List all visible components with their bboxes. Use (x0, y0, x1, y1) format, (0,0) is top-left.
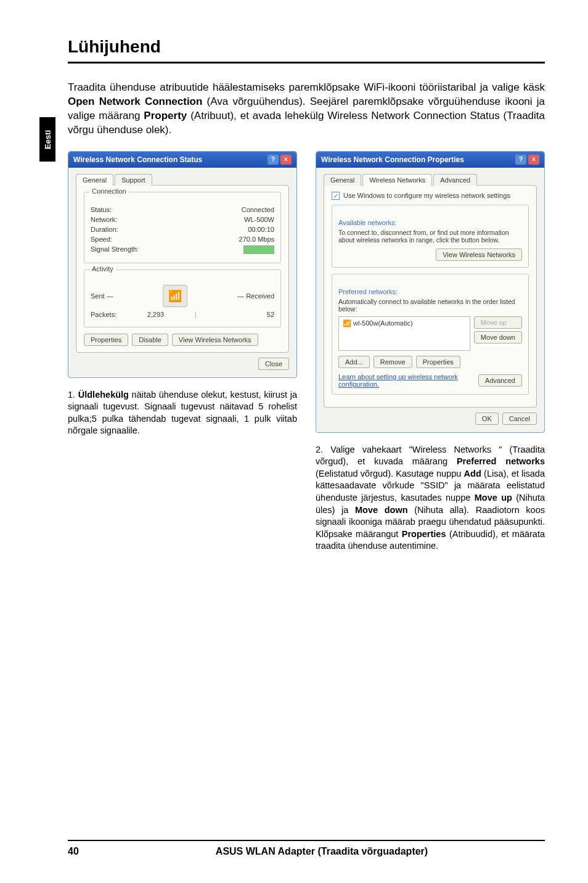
properties-window-titlebar: Wireless Network Connection Properties ?… (316, 152, 544, 168)
tab-advanced[interactable]: Advanced (433, 174, 477, 186)
label-sent: Sent — (91, 292, 113, 300)
net-properties-button[interactable]: Properties (416, 356, 460, 368)
available-networks-desc: To connect to, disconnect from, or find … (338, 229, 522, 244)
page-number: 40 (68, 846, 99, 857)
label-packets: Packets: (91, 311, 116, 318)
close-icon[interactable]: × (528, 155, 539, 165)
use-windows-label: Use Windows to configure my wireless net… (343, 192, 510, 199)
help-icon[interactable]: ? (515, 155, 526, 165)
close-icon[interactable]: × (280, 155, 292, 165)
side-language-tab: Eesti (39, 117, 55, 162)
footer-title: ASUS WLAN Adapter (Traadita võrguadapter… (99, 846, 545, 857)
label-signal: Signal Strength: (91, 245, 139, 254)
connection-group-title: Connection (89, 187, 129, 195)
learn-link[interactable]: Learn about setting up wireless network … (338, 373, 478, 388)
disable-button[interactable]: Disable (132, 334, 168, 346)
close-button[interactable]: Close (258, 358, 289, 370)
status-window-titlebar: Wireless Network Connection Status ? × (68, 152, 296, 168)
preferred-networks-header: Preferred networks: (338, 288, 522, 295)
label-network: Network: (91, 216, 117, 223)
tab-wireless-networks[interactable]: Wireless Networks (362, 174, 432, 186)
available-networks-header: Available networks: (338, 219, 522, 226)
preferred-networks-list[interactable]: 📶 wl-500w(Automatic) (338, 316, 470, 351)
add-button[interactable]: Add... (338, 356, 370, 368)
value-signal (243, 245, 274, 254)
view-wireless-networks-button[interactable]: View Wireless Networks (436, 248, 522, 261)
page-title: Lühijuhend (68, 37, 545, 57)
value-packets-recv: 52 (197, 311, 274, 318)
value-speed: 270.0 Mbps (239, 236, 274, 243)
label-status: Status: (91, 206, 112, 213)
properties-window-title: Wireless Network Connection Properties (321, 155, 464, 164)
network-item[interactable]: 📶 wl-500w(Automatic) (343, 319, 413, 327)
tab-support[interactable]: Support (115, 174, 152, 186)
tab-general[interactable]: General (76, 174, 113, 186)
cancel-button[interactable]: Cancel (502, 413, 537, 425)
ok-button[interactable]: OK (475, 413, 499, 425)
intro-paragraph: Traadita ühenduse atribuutide häälestami… (68, 81, 545, 138)
caption-1: 1. Üldlehekülg näitab ühenduse olekut, k… (68, 389, 297, 437)
value-duration: 00:00:10 (248, 226, 274, 233)
value-network: WL-500W (244, 216, 274, 223)
properties-button[interactable]: Properties (84, 334, 128, 346)
title-rule (68, 62, 545, 64)
move-down-button[interactable]: Move down (474, 331, 522, 343)
label-speed: Speed: (91, 236, 112, 243)
help-icon[interactable]: ? (267, 155, 279, 165)
value-packets-sent: 2,293 (116, 311, 194, 318)
label-received: — Received (237, 292, 274, 300)
view-networks-button[interactable]: View Wireless Networks (172, 334, 258, 346)
status-window-title: Wireless Network Connection Status (73, 155, 202, 164)
footer-rule (68, 840, 545, 841)
label-duration: Duration: (91, 226, 118, 233)
activity-icon: 📶 (163, 285, 187, 307)
move-up-button[interactable]: Move up (474, 316, 522, 329)
advanced-button[interactable]: Advanced (478, 374, 522, 387)
activity-group-title: Activity (89, 265, 116, 273)
value-status: Connected (242, 206, 274, 213)
properties-window: Wireless Network Connection Properties ?… (316, 151, 545, 433)
remove-button[interactable]: Remove (374, 356, 412, 368)
caption-2: 2. Valige vahekaart "Wireless Networks "… (316, 444, 545, 552)
preferred-networks-desc: Automatically connect to available netwo… (338, 298, 522, 313)
status-window: Wireless Network Connection Status ? × G… (68, 151, 297, 378)
use-windows-checkbox[interactable]: ✓ (332, 192, 340, 200)
tab-general-2[interactable]: General (324, 174, 361, 186)
